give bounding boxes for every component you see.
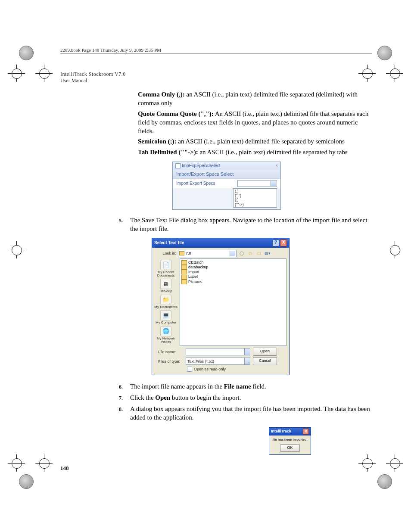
lookin-combo[interactable]: 7.0 (178, 250, 237, 257)
document-page: 2289.book Page 148 Thursday, July 9, 200… (0, 0, 411, 532)
select-text-file-dialog: Select Text file ? X Look in: 7.0 ◯ ▢ (152, 238, 290, 375)
page-header-line: 2289.book Page 148 Thursday, July 9, 200… (60, 47, 372, 54)
dialog-title: IntelliTrack (271, 429, 291, 434)
open-button[interactable]: Open (253, 348, 277, 356)
def-semicolon: an ASCII (i.e., plain text) delimited fi… (177, 138, 345, 145)
readonly-label: Open as read-only (194, 367, 226, 372)
specs-combo[interactable] (237, 180, 277, 187)
doc-title: IntelliTrack Stockroom V7.0 (60, 71, 372, 78)
printer-mark-icon (19, 474, 34, 489)
place-network[interactable]: 🌐My Network Places (152, 326, 180, 345)
filetype-value: Text Files (*.txt) (187, 359, 214, 364)
place-label: My Network Places (157, 336, 175, 344)
back-icon[interactable]: ◯ (238, 250, 245, 257)
crop-mark-icon (358, 454, 376, 472)
chevron-down-icon[interactable] (230, 251, 235, 256)
chevron-down-icon[interactable] (244, 358, 250, 364)
folder-item[interactable]: Import (181, 270, 285, 274)
folder-item[interactable]: Pictures (181, 280, 285, 284)
step-bold: Open (155, 394, 170, 401)
folder-icon (179, 251, 184, 255)
ok-button[interactable]: OK (280, 444, 300, 452)
term-semicolon: Semicolon (;): (138, 138, 177, 145)
crop-mark-icon (8, 65, 25, 82)
folder-name: Label (188, 274, 198, 279)
impexp-specs-dialog: ImpExpSpecsSelect × Import/Export Specs … (172, 162, 281, 210)
step-8: A dialog box appears notifying you that … (130, 404, 372, 455)
import-confirm-dialog: IntelliTrack X file has been imported. O… (269, 427, 311, 455)
views-icon[interactable]: ▥▾ (264, 250, 271, 257)
page-number: 148 (60, 465, 69, 472)
printer-mark-icon (377, 46, 392, 60)
step-7: Click the Open button to begin the impor… (130, 393, 372, 402)
step-text: Click the (130, 394, 155, 401)
folder-name: Import (188, 270, 199, 274)
filename-input[interactable] (186, 348, 250, 355)
lookin-label: Look in: (155, 251, 176, 256)
term-comma: Comma Only (,): (138, 91, 185, 98)
chevron-down-icon[interactable] (244, 348, 250, 355)
folder-icon (181, 270, 187, 274)
filetype-label: Files of type: (158, 359, 183, 364)
filetype-combo[interactable]: Text Files (*.txt) (186, 358, 250, 365)
folder-name: databackup (188, 265, 209, 270)
crop-mark-icon (386, 241, 403, 258)
close-icon[interactable]: X (280, 240, 287, 246)
crop-mark-icon (8, 241, 25, 258)
desktop-icon: 🖥 (160, 279, 171, 289)
cancel-button[interactable]: Cancel (253, 357, 277, 365)
up-folder-icon[interactable]: ▢ (247, 250, 254, 257)
documents-icon: 📁 (160, 295, 171, 305)
step-5: The Save Text File dialog box appears. N… (130, 216, 372, 375)
crop-mark-icon (8, 454, 25, 472)
dropdown-option[interactable]: (;) (235, 198, 275, 202)
step-text: The Save Text File dialog box appears. N… (130, 217, 367, 232)
checkbox-icon[interactable] (187, 367, 192, 372)
step-6: The import file name appears in the File… (130, 382, 372, 391)
dialog-heading: Import/Export Specs Select (173, 170, 280, 178)
dropdown-option[interactable]: (""->) (235, 202, 275, 207)
folder-icon (181, 275, 187, 280)
steps-list: The Save Text File dialog box appears. N… (117, 216, 372, 455)
folder-item[interactable]: Label (181, 274, 285, 279)
computer-icon: 💻 (160, 310, 171, 320)
crop-mark-icon (358, 65, 376, 82)
close-icon[interactable]: × (275, 163, 278, 168)
place-recent[interactable]: 📄My Recent Documents (152, 259, 180, 278)
dropdown-option[interactable]: (",") (235, 193, 275, 198)
place-label: My Recent Documents (157, 270, 174, 277)
folder-icon (181, 280, 187, 284)
def-tab: an ASCII (i.e., plain text) delimited fi… (198, 149, 348, 156)
step-text: button to begin the import. (170, 394, 241, 401)
folder-icon (181, 260, 187, 265)
dialog-title: ImpExpSpecsSelect (182, 163, 221, 168)
folder-item[interactable]: databackup (181, 265, 285, 270)
folder-icon (181, 265, 187, 270)
printer-mark-icon (19, 46, 34, 60)
close-icon[interactable]: X (303, 429, 309, 435)
step-text: The import file name appears in the (130, 383, 224, 390)
file-list-pane[interactable]: CEBatch databackup Import Label Pictures (180, 258, 286, 346)
dialog-title: Select Text file (154, 240, 184, 246)
step-bold: File name (224, 383, 251, 390)
term-tab: Tab Delimited (""->): (138, 149, 198, 156)
app-icon (175, 163, 181, 168)
place-label: Desktop (159, 289, 172, 293)
crop-mark-icon (386, 454, 403, 472)
readonly-checkbox[interactable]: Open as read-only (187, 367, 286, 372)
specs-dropdown-list[interactable]: (,) (",") (;) (""->) (233, 188, 277, 208)
places-bar: 📄My Recent Documents 🖥Desktop 📁My Docume… (152, 258, 180, 346)
term-quote: Quote Comma Quote (","): (138, 110, 214, 117)
folder-item[interactable]: CEBatch (181, 260, 285, 265)
crop-mark-icon (35, 454, 53, 472)
new-folder-icon[interactable]: ▢ (255, 250, 262, 257)
crop-mark-icon (35, 65, 53, 82)
place-documents[interactable]: 📁My Documents (153, 294, 178, 309)
help-icon[interactable]: ? (272, 240, 279, 246)
place-desktop[interactable]: 🖥Desktop (159, 278, 173, 293)
dropdown-option[interactable]: (,) (235, 189, 275, 193)
place-label: My Documents (154, 305, 177, 309)
network-icon: 🌐 (160, 326, 171, 336)
place-computer[interactable]: 💻My Computer (155, 310, 177, 325)
doc-subtitle: User Manual (60, 78, 372, 84)
